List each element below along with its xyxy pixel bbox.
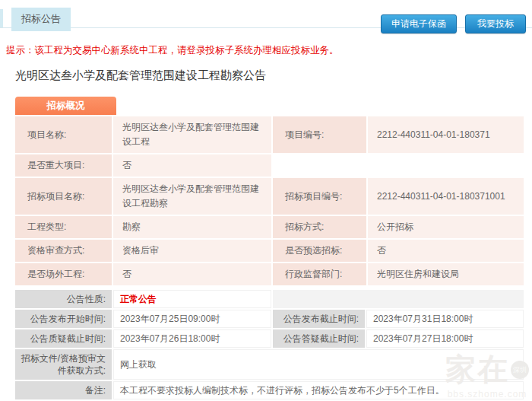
bid-button[interactable]: 我要投标 xyxy=(465,14,526,33)
table-row: 是否场外工程: 否 行政监督部门: 光明区住房和建设局 xyxy=(15,263,524,285)
field-value: 2023年07月31日18:00时 xyxy=(366,310,524,328)
tab-tender-overview[interactable]: 招标概况 xyxy=(15,97,116,115)
table-row: 招标文件/资格预审文件获取方式: 网上获取 xyxy=(15,349,524,380)
field-label: 资格审查方式: xyxy=(15,240,112,262)
field-label: 公告性质: xyxy=(15,290,112,308)
field-value: 2212-440311-04-01-180371001 xyxy=(368,178,524,215)
empty-cell xyxy=(273,154,366,177)
field-value: 本工程不要求投标人编制技术标，不进行评标，招标公告发布不少于5个工作日。 xyxy=(113,381,524,399)
field-label: 公告发布开始时间: xyxy=(15,310,112,328)
field-label: 公告质疑截止时间: xyxy=(15,329,112,348)
field-label: 招标项目名称: xyxy=(15,178,112,215)
field-value: 否 xyxy=(113,154,271,177)
field-label: 招标文件/资格预审文件获取方式: xyxy=(15,349,112,380)
table-row: 公告性质: 正常公告 xyxy=(15,290,524,308)
field-label: 招标项目编号: xyxy=(273,178,366,215)
table-row: 是否重大项目: 否 xyxy=(15,154,524,177)
field-value: 网上获取 xyxy=(113,349,524,380)
field-value: 光明区达叁小学及配套管理范围建设工程勘察 xyxy=(113,178,271,215)
field-value: 2023年07月26日18:00时 xyxy=(113,329,271,348)
field-value: 2023年07月27日18:00时 xyxy=(366,329,524,348)
table-row: 公告发布开始时间: 2023年07月25日09:00时 公告发布截止时间: 20… xyxy=(15,310,524,328)
announcement-detail-table: 公告性质: 正常公告 公告发布开始时间: 2023年07月25日09:00时 公… xyxy=(14,288,525,401)
field-value: 2212-440311-04-01-180371 xyxy=(368,116,524,153)
page-title: 光明区达叁小学及配套管理范围建设工程勘察公告 xyxy=(15,68,266,83)
field-value: 资格后审 xyxy=(113,240,271,262)
field-label: 是否预选招标: xyxy=(273,240,366,262)
field-label: 备注: xyxy=(15,381,112,399)
field-value: 勘察 xyxy=(113,216,271,238)
tender-overview-table: 项目名称: 光明区达叁小学及配套管理范围建设工程 项目编号: 2212-4403… xyxy=(14,115,525,287)
field-value: 否 xyxy=(113,263,271,285)
system-hint-text: 提示：该工程为交易中心新系统中工程，请登录投标子系统办理相应投标业务。 xyxy=(6,44,339,57)
table-row: 备注: 本工程不要求投标人编制技术标，不进行评标，招标公告发布不少于5个工作日。 xyxy=(15,381,524,399)
field-label: 工程类型: xyxy=(15,216,112,238)
empty-cell xyxy=(368,154,524,177)
field-label: 项目名称: xyxy=(15,116,112,153)
table-row: 项目名称: 光明区达叁小学及配套管理范围建设工程 项目编号: 2212-4403… xyxy=(15,116,524,153)
field-label: 公告发布截止时间: xyxy=(273,310,365,328)
field-value: 否 xyxy=(368,240,524,262)
empty-cell xyxy=(273,290,524,308)
table-row: 工程类型: 勘察 招标方式: 公开招标 xyxy=(15,216,524,238)
table-row: 资格审查方式: 资格后审 是否预选招标: 否 xyxy=(15,240,524,262)
field-value: 2023年07月25日09:00时 xyxy=(113,310,271,328)
announcement-nature-value: 正常公告 xyxy=(113,290,271,308)
apply-eguarantee-button[interactable]: 申请电子保函 xyxy=(381,14,457,33)
tender-announcement-page: 招标公告 申请电子保函 我要投标 提示：该工程为交易中心新系统中工程，请登录投标… xyxy=(0,0,532,401)
tab-tender-announcement[interactable]: 招标公告 xyxy=(11,8,71,31)
field-value: 公开招标 xyxy=(368,216,524,238)
field-value: 光明区达叁小学及配套管理范围建设工程 xyxy=(113,116,271,153)
field-label: 是否重大项目: xyxy=(15,154,112,177)
field-label: 公告答疑截止时间: xyxy=(273,329,365,348)
field-label: 行政监督部门: xyxy=(273,263,366,285)
field-value: 光明区住房和建设局 xyxy=(368,263,524,285)
field-label: 招标方式: xyxy=(273,216,366,238)
table-row: 招标项目名称: 光明区达叁小学及配套管理范围建设工程勘察 招标项目编号: 221… xyxy=(15,178,524,215)
field-label: 是否场外工程: xyxy=(15,263,112,285)
field-label: 项目编号: xyxy=(273,116,366,153)
table-row: 公告质疑截止时间: 2023年07月26日18:00时 公告答疑截止时间: 20… xyxy=(15,329,524,348)
